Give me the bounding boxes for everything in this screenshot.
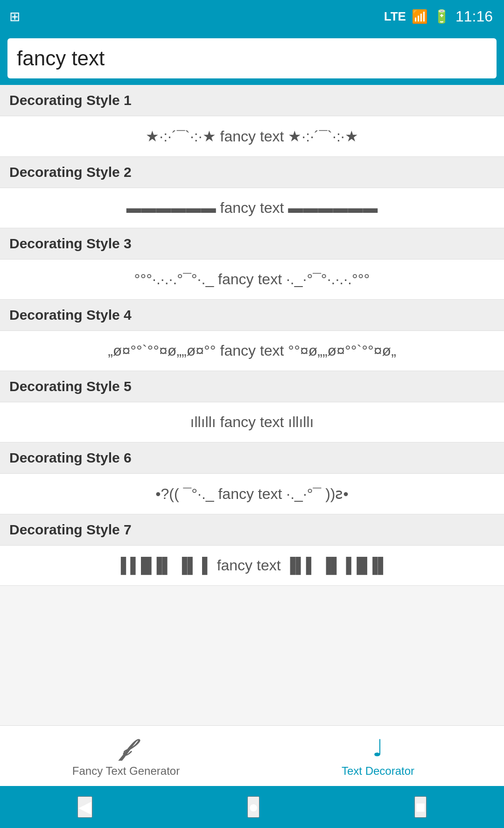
style-content-1[interactable]: ★·:·´¯`·:·★ fancy text ★·:·´¯`·:·★: [0, 116, 504, 157]
style-content-4[interactable]: „ø¤°°`°°¤ø„„ø¤°° fancy text °°¤ø„„ø¤°°`°…: [0, 331, 504, 371]
nav-item-fancy-text-generator[interactable]: 𝒻 Fancy Text Generator: [0, 726, 252, 786]
search-input[interactable]: [17, 47, 487, 70]
style-label-2: Decorating Style 2: [9, 164, 132, 180]
style-section-7: Decorating Style 7 ▐ ▌█▐▌ ▐▌ ▌ fancy tex…: [0, 514, 504, 586]
signal-icon: 📶: [412, 9, 428, 24]
style-decorated-3: °°°·.·.·.°¯°·._ fancy text ·._·°¯°·.·.·.…: [134, 271, 370, 288]
status-right: LTE 📶 🔋 11:16: [384, 8, 493, 25]
fancy-text-generator-label: Fancy Text Generator: [72, 765, 180, 778]
style-content-5[interactable]: ıllıllı fancy text ıllıllı: [0, 402, 504, 442]
style-header-3: Decorating Style 3: [0, 228, 504, 260]
style-decorated-7: ▐ ▌█▐▌ ▐▌ ▌ fancy text ▐▌▌ ▐▌ ▌█▐▌: [116, 557, 389, 574]
home-button[interactable]: ●: [247, 796, 259, 818]
nav-item-text-decorator[interactable]: ♩ Text Decorator: [252, 726, 504, 786]
style-content-2[interactable]: ▬▬▬▬▬▬ fancy text ▬▬▬▬▬▬: [0, 188, 504, 228]
style-content-7[interactable]: ▐ ▌█▐▌ ▐▌ ▌ fancy text ▐▌▌ ▐▌ ▌█▐▌: [0, 546, 504, 586]
style-section-5: Decorating Style 5 ıllıllı fancy text ıl…: [0, 371, 504, 442]
style-label-7: Decorating Style 7: [9, 522, 132, 537]
style-header-4: Decorating Style 4: [0, 300, 504, 331]
text-decorator-icon: ♩: [372, 735, 384, 762]
style-label-4: Decorating Style 4: [9, 307, 132, 323]
style-section-2: Decorating Style 2 ▬▬▬▬▬▬ fancy text ▬▬▬…: [0, 157, 504, 228]
style-header-7: Decorating Style 7: [0, 514, 504, 546]
style-header-1: Decorating Style 1: [0, 85, 504, 116]
app-icon: ⊞: [9, 9, 20, 24]
style-header-2: Decorating Style 2: [0, 157, 504, 188]
style-label-5: Decorating Style 5: [9, 379, 132, 394]
style-decorated-1: ★·:·´¯`·:·★ fancy text ★·:·´¯`·:·★: [146, 128, 358, 145]
fancy-text-generator-icon: 𝒻: [123, 734, 130, 762]
text-decorator-label: Text Decorator: [342, 765, 414, 778]
style-header-6: Decorating Style 6: [0, 442, 504, 474]
style-section-3: Decorating Style 3 °°°·.·.·.°¯°·._ fancy…: [0, 228, 504, 300]
style-decorated-4: „ø¤°°`°°¤ø„„ø¤°° fancy text °°¤ø„„ø¤°°`°…: [108, 342, 396, 359]
back-button[interactable]: ◀: [77, 796, 92, 818]
style-section-1: Decorating Style 1 ★·:·´¯`·:·★ fancy tex…: [0, 85, 504, 157]
style-header-5: Decorating Style 5: [0, 371, 504, 402]
style-label-1: Decorating Style 1: [9, 92, 132, 108]
search-input-wrapper[interactable]: [7, 38, 497, 78]
style-decorated-2: ▬▬▬▬▬▬ fancy text ▬▬▬▬▬▬: [126, 199, 378, 216]
style-decorated-5: ıllıllı fancy text ıllıllı: [190, 414, 314, 430]
style-label-3: Decorating Style 3: [9, 236, 132, 251]
style-content-3[interactable]: °°°·.·.·.°¯°·._ fancy text ·._·°¯°·.·.·.…: [0, 260, 504, 300]
status-bar: ⊞ LTE 📶 🔋 11:16: [0, 0, 504, 33]
style-section-6: Decorating Style 6 •?(( ¯°·._ fancy text…: [0, 442, 504, 514]
battery-icon: 🔋: [434, 9, 450, 24]
bottom-nav: 𝒻 Fancy Text Generator ♩ Text Decorator: [0, 725, 504, 786]
lte-indicator: LTE: [384, 9, 406, 24]
style-label-6: Decorating Style 6: [9, 450, 132, 465]
search-bar: [0, 33, 504, 85]
recent-apps-button[interactable]: ■: [414, 796, 427, 818]
status-bar-left: ⊞: [9, 0, 20, 33]
style-content-6[interactable]: •?(( ¯°·._ fancy text ·._·°¯ ))ƨ•: [0, 474, 504, 514]
time-display: 11:16: [455, 8, 493, 25]
style-decorated-6: •?(( ¯°·._ fancy text ·._·°¯ ))ƨ•: [155, 485, 348, 502]
main-content: Decorating Style 1 ★·:·´¯`·:·★ fancy tex…: [0, 85, 504, 736]
style-section-4: Decorating Style 4 „ø¤°°`°°¤ø„„ø¤°° fanc…: [0, 300, 504, 371]
android-nav-bar: ◀ ● ■: [0, 786, 504, 828]
